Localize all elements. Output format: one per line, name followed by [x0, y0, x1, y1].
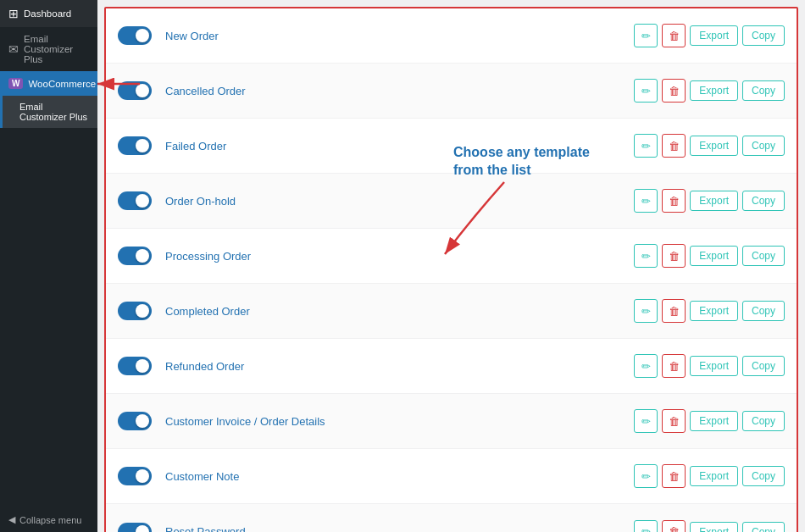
- template-row: Cancelled Order ✏ 🗑 Export Copy: [106, 64, 797, 119]
- toggle-switch-10[interactable]: [118, 523, 152, 533]
- collapse-menu-button[interactable]: ◀ Collapse menu: [0, 507, 97, 532]
- export-button-5[interactable]: Export: [690, 246, 738, 266]
- copy-button-4[interactable]: Copy: [742, 191, 785, 211]
- template-name-6: Completed Order: [165, 305, 634, 318]
- export-button-3[interactable]: Export: [690, 136, 738, 156]
- action-buttons-10: ✏ 🗑 Export Copy: [634, 520, 785, 533]
- main-content: Choose any template from the list New Or…: [97, 0, 805, 532]
- copy-button-8[interactable]: Copy: [742, 411, 785, 431]
- copy-button-7[interactable]: Copy: [742, 356, 785, 376]
- toggle-thumb-7: [136, 359, 149, 373]
- toggle-track-4[interactable]: [118, 191, 152, 210]
- copy-button-9[interactable]: Copy: [742, 466, 785, 486]
- delete-button-9[interactable]: 🗑: [662, 464, 686, 488]
- sidebar-item-dashboard[interactable]: ⊞ Dashboard: [0, 0, 97, 27]
- copy-button-3[interactable]: Copy: [742, 136, 785, 156]
- toggle-switch-7[interactable]: [118, 357, 152, 375]
- sidebar-submenu: Email Customizer Plus: [0, 96, 97, 128]
- dashboard-icon: ⊞: [8, 7, 19, 20]
- export-button-2[interactable]: Export: [690, 80, 738, 101]
- toggle-track-6[interactable]: [118, 302, 152, 320]
- export-button-6[interactable]: Export: [690, 301, 738, 321]
- action-buttons-3: ✏ 🗑 Export Copy: [634, 134, 785, 158]
- toggle-switch-1[interactable]: [118, 26, 152, 45]
- woocommerce-icon: W: [8, 78, 23, 89]
- template-name-8: Customer Invoice / Order Details: [165, 415, 634, 428]
- edit-button-7[interactable]: ✏: [634, 354, 658, 378]
- template-row: Failed Order ✏ 🗑 Export Copy: [106, 119, 797, 174]
- sidebar-item-email-customizer-plus[interactable]: Email Customizer Plus: [0, 96, 97, 128]
- copy-button-1[interactable]: Copy: [742, 25, 785, 46]
- edit-button-4[interactable]: ✏: [634, 189, 658, 213]
- delete-button-3[interactable]: 🗑: [662, 134, 686, 158]
- delete-button-8[interactable]: 🗑: [662, 409, 686, 433]
- toggle-thumb-6: [136, 304, 149, 318]
- template-row: Customer Invoice / Order Details ✏ 🗑 Exp…: [106, 394, 797, 449]
- edit-button-2[interactable]: ✏: [634, 79, 658, 103]
- delete-button-2[interactable]: 🗑: [662, 79, 686, 103]
- edit-button-9[interactable]: ✏: [634, 464, 658, 488]
- edit-button-10[interactable]: ✏: [634, 520, 658, 533]
- template-name-7: Refunded Order: [165, 360, 634, 373]
- toggle-track-10[interactable]: [118, 523, 152, 533]
- toggle-switch-2[interactable]: [118, 81, 152, 100]
- toggle-switch-3[interactable]: [118, 136, 152, 155]
- template-row: Order On-hold ✏ 🗑 Export Copy: [106, 174, 797, 229]
- action-buttons-5: ✏ 🗑 Export Copy: [634, 244, 785, 268]
- template-list: New Order ✏ 🗑 Export Copy Cancelled Orde…: [104, 7, 798, 532]
- sidebar: ⊞ Dashboard ✉ Email Customizer Plus W Wo…: [0, 0, 97, 532]
- toggle-track-3[interactable]: [118, 136, 152, 155]
- delete-button-7[interactable]: 🗑: [662, 354, 686, 378]
- sidebar-item-email-customizer[interactable]: ✉ Email Customizer Plus: [0, 27, 97, 71]
- toggle-switch-6[interactable]: [118, 302, 152, 320]
- toggle-thumb-9: [136, 469, 149, 483]
- template-name-2: Cancelled Order: [165, 85, 634, 97]
- template-name-10: Reset Password: [165, 525, 634, 532]
- copy-button-6[interactable]: Copy: [742, 301, 785, 321]
- toggle-switch-9[interactable]: [118, 467, 152, 485]
- toggle-track-2[interactable]: [118, 81, 152, 100]
- toggle-thumb-5: [136, 249, 149, 263]
- template-row: Reset Password ✏ 🗑 Export Copy: [106, 504, 797, 532]
- sidebar-sub-item-label: Email Customizer Plus: [19, 102, 87, 122]
- toggle-thumb-2: [136, 84, 149, 97]
- delete-button-4[interactable]: 🗑: [662, 189, 686, 213]
- toggle-track-8[interactable]: [118, 412, 152, 430]
- edit-button-3[interactable]: ✏: [634, 134, 658, 158]
- export-button-10[interactable]: Export: [690, 522, 738, 533]
- edit-button-8[interactable]: ✏: [634, 409, 658, 433]
- action-buttons-4: ✏ 🗑 Export Copy: [634, 189, 785, 213]
- copy-button-2[interactable]: Copy: [742, 80, 785, 101]
- export-button-7[interactable]: Export: [690, 356, 738, 376]
- template-row: Customer Note ✏ 🗑 Export Copy: [106, 449, 797, 504]
- copy-button-5[interactable]: Copy: [742, 246, 785, 266]
- template-name-3: Failed Order: [165, 140, 634, 152]
- collapse-icon: ◀: [8, 514, 15, 525]
- export-button-4[interactable]: Export: [690, 191, 738, 211]
- action-buttons-8: ✏ 🗑 Export Copy: [634, 409, 785, 433]
- sidebar-item-woocommerce-label: WooCommerce: [28, 79, 96, 89]
- delete-button-5[interactable]: 🗑: [662, 244, 686, 268]
- edit-button-1[interactable]: ✏: [634, 24, 658, 47]
- toggle-thumb-10: [136, 525, 149, 533]
- edit-button-5[interactable]: ✏: [634, 244, 658, 268]
- toggle-track-9[interactable]: [118, 467, 152, 485]
- toggle-track-1[interactable]: [118, 26, 152, 45]
- delete-button-1[interactable]: 🗑: [662, 24, 686, 47]
- copy-button-10[interactable]: Copy: [742, 522, 785, 533]
- delete-button-10[interactable]: 🗑: [662, 520, 686, 533]
- export-button-9[interactable]: Export: [690, 466, 738, 486]
- export-button-8[interactable]: Export: [690, 411, 738, 431]
- toggle-track-7[interactable]: [118, 357, 152, 375]
- edit-button-6[interactable]: ✏: [634, 299, 658, 323]
- toggle-switch-4[interactable]: [118, 191, 152, 210]
- toggle-switch-5[interactable]: [118, 247, 152, 265]
- toggle-switch-8[interactable]: [118, 412, 152, 430]
- template-row: Processing Order ✏ 🗑 Export Copy: [106, 229, 797, 284]
- toggle-track-5[interactable]: [118, 247, 152, 265]
- export-button-1[interactable]: Export: [690, 25, 738, 46]
- template-rows-container: New Order ✏ 🗑 Export Copy Cancelled Orde…: [106, 8, 797, 532]
- sidebar-item-woocommerce[interactable]: W WooCommerce: [0, 71, 97, 96]
- template-name-1: New Order: [165, 30, 634, 42]
- delete-button-6[interactable]: 🗑: [662, 299, 686, 323]
